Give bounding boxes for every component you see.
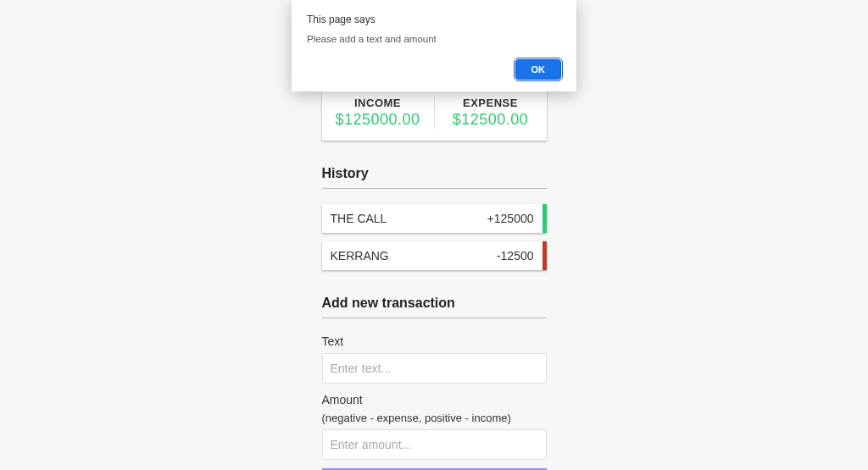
history-list: THE CALL +125000 KERRANG -12500	[322, 204, 547, 270]
text-input[interactable]	[322, 353, 547, 384]
expense-label: EXPENSE	[435, 97, 547, 109]
text-label: Text	[322, 335, 344, 348]
income-label: INCOME	[322, 97, 434, 109]
expense-block: EXPENSE $12500.00	[435, 97, 547, 129]
expense-value: $12500.00	[435, 111, 547, 129]
form-heading: Add new transaction	[322, 296, 547, 318]
income-expense-card: INCOME $125000.00 EXPENSE $12500.00	[322, 85, 547, 141]
amount-input[interactable]	[322, 429, 547, 460]
transaction-amount: +125000	[487, 212, 534, 225]
history-heading: History	[322, 166, 547, 189]
list-item[interactable]: THE CALL +125000	[322, 204, 547, 233]
list-item[interactable]: KERRANG -12500	[322, 241, 547, 270]
income-value: $125000.00	[322, 111, 434, 129]
amount-label: Amount	[322, 393, 363, 406]
transaction-text: THE CALL	[331, 212, 387, 225]
text-field-group: Text	[322, 334, 547, 384]
transaction-amount: -12500	[497, 249, 534, 263]
transaction-text: KERRANG	[331, 249, 389, 263]
income-block: INCOME $125000.00	[322, 97, 435, 129]
alert-title: This page says	[307, 14, 561, 25]
alert-dialog: This page says Please add a text and amo…	[292, 0, 576, 91]
amount-field-group: Amount (negative - expense, positive - i…	[322, 392, 547, 460]
alert-actions: OK	[307, 59, 561, 80]
amount-hint: (negative - expense, positive - income)	[322, 412, 547, 424]
alert-message: Please add a text and amount	[307, 34, 561, 44]
alert-ok-button[interactable]: OK	[515, 59, 562, 80]
